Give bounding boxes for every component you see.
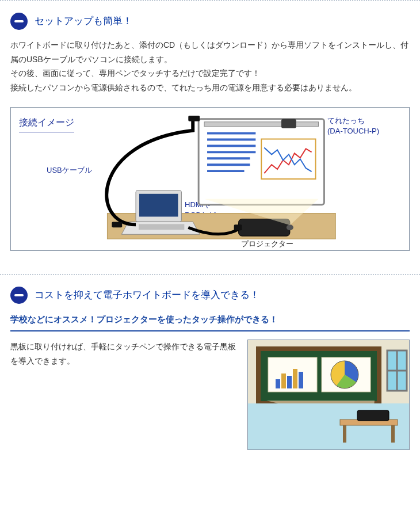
section-header[interactable]: コストを抑えて電子ホワイトボードを導入できる！ — [10, 287, 415, 304]
collapse-icon[interactable] — [10, 287, 28, 304]
paragraph: ホワイトボードに取り付けたあと、添付のCD（もしくはダウンロード）から専用ソフト… — [10, 38, 410, 66]
svg-rect-27 — [268, 357, 317, 392]
section-body: ホワイトボードに取り付けたあと、添付のCD（もしくはダウンロード）から専用ソフト… — [10, 38, 410, 94]
paragraph: その後、画面に従って、専用ペンでタッチするだけで設定完了です！ — [10, 66, 410, 81]
paragraph: 黒板に取り付ければ、手軽にタッチペンで操作できる電子黒板を導入できます。 — [10, 340, 237, 368]
section-title: コストを抑えて電子ホワイトボードを導入できる！ — [35, 287, 259, 304]
svg-rect-18 — [139, 224, 184, 230]
paragraph: 接続したパソコンから電源供給されるので、てれたっち用の電源を用意する必要はありま… — [10, 81, 410, 95]
section-cost: コストを抑えて電子ホワイトボードを導入できる！ 学校などにオススメ！プロジェクタ… — [0, 274, 420, 473]
section-setup: セットアップも簡単！ ホワイトボードに取り付けたあと、添付のCD（もしくはダウン… — [0, 0, 420, 274]
section-title: セットアップも簡単！ — [35, 13, 132, 30]
svg-rect-41 — [357, 410, 389, 421]
svg-rect-39 — [343, 425, 346, 443]
classroom-illustration — [247, 340, 410, 450]
svg-rect-19 — [188, 116, 200, 121]
svg-rect-33 — [299, 372, 303, 388]
section-header[interactable]: セットアップも簡単！ — [10, 13, 415, 30]
svg-rect-11 — [281, 119, 296, 128]
svg-rect-31 — [287, 376, 292, 388]
svg-rect-29 — [276, 379, 280, 388]
svg-rect-30 — [281, 373, 286, 388]
collapse-icon[interactable] — [10, 13, 28, 30]
two-column-row: 黒板に取り付ければ、手軽にタッチペンで操作できる電子黒板を導入できます。 — [10, 340, 410, 450]
diagram-illustration — [11, 108, 409, 250]
svg-rect-16 — [139, 194, 178, 217]
svg-rect-32 — [293, 369, 297, 388]
section-subhead: 学校などにオススメ！プロジェクターを使ったタッチ操作ができる！ — [10, 312, 410, 331]
connection-diagram: 接続イメージ USBケーブル HDMIや RGBなど プロジェクター てれたっち… — [10, 107, 410, 251]
svg-rect-21 — [234, 224, 242, 230]
svg-rect-20 — [112, 222, 122, 227]
svg-point-13 — [287, 224, 293, 230]
svg-rect-9 — [261, 139, 315, 179]
svg-rect-40 — [391, 425, 395, 443]
svg-rect-10 — [204, 122, 318, 127]
